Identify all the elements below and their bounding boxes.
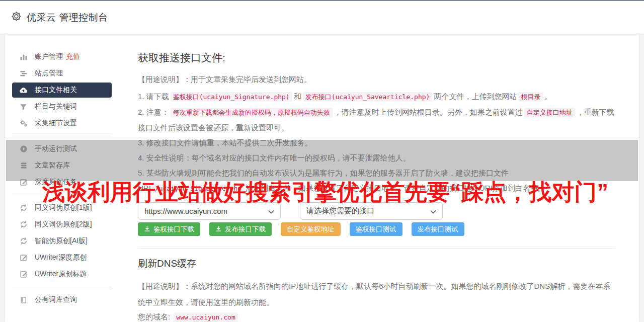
app-title: 优采云 管理控制台: [27, 11, 108, 24]
download-icon: [215, 225, 222, 233]
code-root-dir: 根目录: [518, 92, 543, 102]
site-select[interactable]: https://www.ucaiyun.com: [138, 202, 281, 220]
auth-api-download-button[interactable]: 鉴权接口下载: [138, 222, 200, 236]
recharge-link[interactable]: 充值: [66, 52, 80, 60]
sidebar-item-label: 采集细节设置: [35, 119, 77, 128]
cloud-upload-icon: [19, 86, 28, 95]
sidebar-item-label: 智能伪原创[AI版]: [35, 236, 88, 246]
sidebar-item-uwriter-title[interactable]: UWriter原创标题: [12, 267, 112, 282]
filter-icon: [19, 103, 28, 111]
guide-item-5: 5. 某些防火墙规则可能会把我们的自动发布误认为是黑客行为，如果您的服务器开启了…: [138, 166, 615, 196]
api-select[interactable]: 请选择您需要的接口: [300, 202, 443, 220]
buttons-row: 鉴权接口下载 发布接口下载 自定义鉴权地址 鉴权接口测试 发布接口测试: [138, 222, 615, 236]
sidebar-item-label: 接口文件相关: [35, 86, 77, 95]
guide-item-3: 3. 修改接口文件请慎重，本站不提供二次开发服务。: [138, 135, 615, 150]
sidebar-item-ai-rewrite[interactable]: 智能伪原创[AI版]: [12, 233, 112, 249]
sidebar-item-sites[interactable]: 站点管理: [12, 66, 112, 81]
code-domain-value: www.ucaiyun.com: [174, 312, 237, 322]
sidebar-item-label: 深度原创任务: [35, 178, 77, 187]
sidebar-item-label: 栏目与关键词: [35, 102, 77, 111]
warning-highlight: 每次重新下载都会生成新的授权码，原授权码自动失效: [171, 108, 333, 117]
code-savearticle-file: 发布接口(ucaiyun_Savearticle.php): [303, 92, 433, 102]
database-icon: [19, 162, 28, 170]
sidebar-item-deep-original-task[interactable]: 深度原创任务: [12, 175, 112, 190]
sidebar-item-interface-files[interactable]: 接口文件相关: [12, 83, 112, 98]
sidebar-item-public-lexicon[interactable]: 公有词库查询: [12, 292, 112, 307]
publish-api-download-button[interactable]: 发布接口下载: [209, 222, 272, 236]
sidebar-item-label: UWriter原创标题: [35, 270, 87, 279]
pen-square-icon: [19, 254, 28, 262]
main-content: 获取推送接口文件: 【用途说明】：用于文章采集完毕后发送到您网站。 1. 请下载…: [120, 35, 639, 322]
gear-icon: [11, 11, 22, 24]
usage-note: 【用途说明】：用于文章采集完毕后发送到您网站。: [138, 74, 615, 85]
refresh-icon: [19, 220, 28, 229]
sidebar-divider: [12, 195, 112, 195]
sidebar-item-label: 账户管理充值: [35, 52, 80, 61]
sidebar-divider: [12, 287, 112, 287]
sidebar-item-label: 同义词伪原创[2版]: [35, 220, 92, 229]
sidebar-divider: [12, 136, 112, 136]
pen-square-icon: [19, 178, 28, 187]
sidebar-item-label: 同义词伪原创[1版]: [35, 203, 92, 212]
domain-line: 您的域名: www.ucaiyun.com: [138, 312, 615, 322]
app-header: 优采云 管理控制台: [0, 1, 644, 34]
pen-square-icon: [19, 270, 28, 279]
sidebar-item-synonym-v1[interactable]: 同义词伪原创[1版]: [12, 200, 112, 215]
section-title-dns: 刷新DNS缓存: [138, 257, 615, 270]
sidebar-item-account[interactable]: 账户管理充值: [12, 49, 112, 64]
sidebar-item-label: UWriter深度原创: [35, 253, 87, 262]
code-signature-uri: /ucaiyun_Signature.php: [152, 184, 244, 193]
sidebar-item-manual-run-test[interactable]: 手动运行测试: [12, 141, 112, 156]
publish-api-test-button[interactable]: 发布接口测试: [412, 222, 464, 236]
sidebar-item-uwriter-deep[interactable]: UWriter深度原创: [12, 250, 112, 265]
gears-icon: [19, 119, 28, 128]
bar-chart-icon: [19, 53, 28, 61]
code-custom-api-address: 自定义接口地址: [524, 108, 575, 117]
sidebar-item-collection-settings[interactable]: 采集细节设置: [12, 116, 112, 131]
refresh-icon: [19, 204, 28, 212]
sidebar-item-label: 手动运行测试: [35, 144, 77, 153]
selects-row: https://www.ucaiyun.com 请选择您需要的接口: [138, 202, 615, 220]
dns-usage-note: 【用途说明】：系统对您的网站域名所指向的IP地址进行了缓存，默认每6小时自动刷新…: [138, 278, 615, 310]
download-icon: [144, 225, 150, 233]
list-icon: [19, 69, 28, 78]
guide-item-4: 4. 安全性说明：每个域名对应的接口文件内有唯一的授权码，请不要泄露给他人。: [138, 150, 615, 166]
page: 优采云 管理控制台 账户管理充值 站点管理 接口文件相关: [0, 0, 644, 322]
guide-item-1: 1. 请下载鉴权接口(ucaiyun_Signature.php)和发布接口(u…: [138, 89, 615, 105]
code-signature-file: 鉴权接口(ucaiyun_Signature.php): [171, 92, 292, 102]
sidebar-item-columns-keywords[interactable]: 栏目与关键词: [12, 99, 112, 114]
chevron-down-icon: [430, 207, 436, 215]
custom-auth-address-button[interactable]: 自定义鉴权地址: [281, 222, 341, 236]
auth-api-test-button[interactable]: 鉴权接口测试: [350, 222, 403, 236]
chevron-down-icon: [268, 207, 274, 215]
sidebar-item-label: 站点管理: [35, 69, 63, 78]
book-icon: [19, 296, 28, 304]
sidebar: 账户管理充值 站点管理 接口文件相关 栏目与关键词: [5, 35, 120, 322]
section-divider: [138, 249, 615, 249]
section-title-push-api: 获取推送接口文件:: [138, 51, 615, 65]
content-card: 账户管理充值 站点管理 接口文件相关 栏目与关键词: [5, 35, 639, 322]
refresh-icon: [19, 237, 28, 246]
guide-item-2: 2. 注意：每次重新下载都会生成新的授权码，原授权码自动失效，请注意及时上传到网…: [138, 105, 615, 135]
play-circle-icon: [19, 145, 28, 153]
sidebar-item-label: 公有词库查询: [35, 295, 77, 304]
sidebar-item-synonym-v2[interactable]: 同义词伪原创[2版]: [12, 217, 112, 232]
sidebar-item-article-buffer[interactable]: 文章暂存库: [12, 158, 112, 173]
sidebar-item-label: 文章暂存库: [35, 161, 70, 170]
